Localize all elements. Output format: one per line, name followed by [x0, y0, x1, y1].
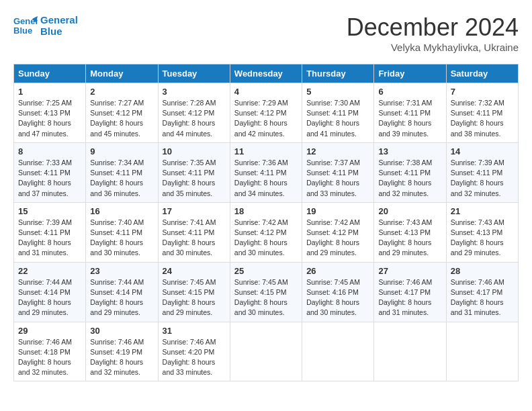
calendar-cell: 11 Sunrise: 7:36 AM Sunset: 4:11 PM Dayl… — [230, 142, 302, 202]
col-header-tuesday: Tuesday — [158, 64, 230, 83]
calendar-cell: 19 Sunrise: 7:42 AM Sunset: 4:12 PM Dayl… — [302, 202, 374, 262]
day-info: Sunrise: 7:28 AM Sunset: 4:12 PM Dayligh… — [163, 98, 226, 139]
sunrise: Sunrise: 7:46 AM — [18, 338, 72, 346]
sunrise: Sunrise: 7:44 AM — [18, 278, 72, 286]
day-info: Sunrise: 7:46 AM Sunset: 4:18 PM Dayligh… — [18, 337, 81, 378]
calendar-cell — [302, 322, 374, 381]
sunrise: Sunrise: 7:40 AM — [90, 218, 144, 226]
calendar-cell: 8 Sunrise: 7:33 AM Sunset: 4:11 PM Dayli… — [14, 142, 86, 202]
sunrise: Sunrise: 7:32 AM — [451, 99, 504, 107]
day-info: Sunrise: 7:36 AM Sunset: 4:11 PM Dayligh… — [234, 158, 298, 199]
day-info: Sunrise: 7:45 AM Sunset: 4:15 PM Dayligh… — [234, 277, 298, 318]
daylight: Daylight: 8 hours and 30 minutes. — [234, 298, 287, 316]
calendar-cell: 17 Sunrise: 7:41 AM Sunset: 4:11 PM Dayl… — [158, 202, 230, 262]
day-number: 16 — [90, 206, 153, 216]
calendar-cell: 5 Sunrise: 7:30 AM Sunset: 4:11 PM Dayli… — [302, 83, 374, 143]
col-header-thursday: Thursday — [302, 64, 374, 83]
sunset: Sunset: 4:19 PM — [90, 348, 142, 356]
sunrise: Sunrise: 7:38 AM — [378, 158, 432, 167]
sunrise: Sunrise: 7:46 AM — [163, 338, 216, 346]
location: Velyka Mykhaylivka, Ukraine — [347, 42, 519, 53]
day-info: Sunrise: 7:35 AM Sunset: 4:11 PM Dayligh… — [163, 158, 226, 199]
day-number: 20 — [378, 206, 441, 216]
daylight: Daylight: 8 hours and 29 minutes. — [18, 298, 71, 316]
day-number: 29 — [18, 326, 81, 336]
calendar-cell: 30 Sunrise: 7:46 AM Sunset: 4:19 PM Dayl… — [86, 322, 158, 381]
day-info: Sunrise: 7:33 AM Sunset: 4:11 PM Dayligh… — [18, 158, 81, 199]
calendar-week-row: 22 Sunrise: 7:44 AM Sunset: 4:14 PM Dayl… — [14, 262, 519, 322]
day-number: 22 — [18, 266, 81, 276]
day-number: 2 — [90, 87, 153, 97]
col-header-sunday: Sunday — [14, 64, 86, 83]
calendar-cell: 28 Sunrise: 7:46 AM Sunset: 4:17 PM Dayl… — [446, 262, 518, 322]
daylight: Daylight: 8 hours and 30 minutes. — [163, 238, 216, 257]
sunset: Sunset: 4:11 PM — [378, 109, 431, 117]
day-info: Sunrise: 7:43 AM Sunset: 4:13 PM Dayligh… — [378, 218, 441, 259]
sunrise: Sunrise: 7:31 AM — [378, 99, 432, 107]
daylight: Daylight: 8 hours and 31 minutes. — [378, 298, 431, 316]
calendar-cell: 31 Sunrise: 7:46 AM Sunset: 4:20 PM Dayl… — [158, 322, 230, 381]
sunset: Sunset: 4:13 PM — [18, 109, 71, 117]
month-title: December 2024 — [347, 13, 519, 42]
calendar-header-row: SundayMondayTuesdayWednesdayThursdayFrid… — [14, 64, 519, 83]
daylight: Daylight: 8 hours and 30 minutes. — [306, 298, 359, 316]
daylight: Daylight: 8 hours and 29 minutes. — [90, 298, 143, 316]
day-info: Sunrise: 7:46 AM Sunset: 4:17 PM Dayligh… — [451, 277, 514, 318]
day-info: Sunrise: 7:38 AM Sunset: 4:11 PM Dayligh… — [378, 158, 441, 199]
sunset: Sunset: 4:17 PM — [378, 288, 431, 296]
day-number: 6 — [378, 87, 441, 97]
day-number: 1 — [18, 87, 81, 97]
sunset: Sunset: 4:11 PM — [306, 169, 359, 177]
daylight: Daylight: 8 hours and 32 minutes. — [90, 358, 143, 376]
day-number: 17 — [163, 206, 226, 216]
daylight: Daylight: 8 hours and 32 minutes. — [18, 358, 71, 376]
calendar-cell — [446, 322, 518, 381]
calendar-cell: 27 Sunrise: 7:46 AM Sunset: 4:17 PM Dayl… — [374, 262, 446, 322]
calendar-cell: 6 Sunrise: 7:31 AM Sunset: 4:11 PM Dayli… — [374, 83, 446, 143]
sunset: Sunset: 4:18 PM — [18, 348, 71, 356]
day-info: Sunrise: 7:29 AM Sunset: 4:12 PM Dayligh… — [234, 98, 298, 139]
day-info: Sunrise: 7:42 AM Sunset: 4:12 PM Dayligh… — [234, 218, 298, 259]
col-header-friday: Friday — [374, 64, 446, 83]
sunset: Sunset: 4:13 PM — [378, 228, 431, 236]
day-info: Sunrise: 7:46 AM Sunset: 4:19 PM Dayligh… — [90, 337, 153, 378]
daylight: Daylight: 8 hours and 33 minutes. — [163, 358, 216, 376]
daylight: Daylight: 8 hours and 29 minutes. — [378, 238, 431, 257]
sunset: Sunset: 4:12 PM — [163, 109, 215, 117]
sunrise: Sunrise: 7:37 AM — [306, 158, 360, 167]
day-number: 11 — [234, 146, 298, 156]
sunset: Sunset: 4:17 PM — [451, 288, 503, 296]
calendar-cell: 2 Sunrise: 7:27 AM Sunset: 4:12 PM Dayli… — [86, 83, 158, 143]
sunset: Sunset: 4:11 PM — [451, 169, 503, 177]
calendar-week-row: 1 Sunrise: 7:25 AM Sunset: 4:13 PM Dayli… — [14, 83, 519, 143]
day-number: 12 — [306, 146, 369, 156]
day-number: 26 — [306, 266, 369, 276]
day-info: Sunrise: 7:39 AM Sunset: 4:11 PM Dayligh… — [451, 158, 514, 199]
sunrise: Sunrise: 7:43 AM — [378, 218, 432, 226]
daylight: Daylight: 8 hours and 47 minutes. — [18, 119, 71, 137]
sunrise: Sunrise: 7:45 AM — [306, 278, 360, 286]
sunset: Sunset: 4:12 PM — [306, 228, 359, 236]
calendar-cell — [374, 322, 446, 381]
sunset: Sunset: 4:11 PM — [306, 109, 359, 117]
calendar-week-row: 15 Sunrise: 7:39 AM Sunset: 4:11 PM Dayl… — [14, 202, 519, 262]
day-number: 31 — [163, 326, 226, 336]
day-info: Sunrise: 7:32 AM Sunset: 4:11 PM Dayligh… — [451, 98, 514, 139]
sunset: Sunset: 4:14 PM — [90, 288, 142, 296]
day-info: Sunrise: 7:30 AM Sunset: 4:11 PM Dayligh… — [306, 98, 369, 139]
day-number: 8 — [18, 146, 81, 156]
calendar-cell: 12 Sunrise: 7:37 AM Sunset: 4:11 PM Dayl… — [302, 142, 374, 202]
page-header: General Blue GeneralBlue December 2024 V… — [13, 13, 519, 53]
sunset: Sunset: 4:20 PM — [163, 348, 215, 356]
day-number: 15 — [18, 206, 81, 216]
day-number: 25 — [234, 266, 298, 276]
calendar-cell: 18 Sunrise: 7:42 AM Sunset: 4:12 PM Dayl… — [230, 202, 302, 262]
daylight: Daylight: 8 hours and 41 minutes. — [306, 119, 359, 137]
sunrise: Sunrise: 7:45 AM — [163, 278, 216, 286]
sunset: Sunset: 4:12 PM — [234, 228, 287, 236]
day-number: 9 — [90, 146, 153, 156]
daylight: Daylight: 8 hours and 36 minutes. — [90, 179, 143, 197]
daylight: Daylight: 8 hours and 30 minutes. — [234, 238, 287, 257]
calendar-cell: 26 Sunrise: 7:45 AM Sunset: 4:16 PM Dayl… — [302, 262, 374, 322]
day-number: 19 — [306, 206, 369, 216]
